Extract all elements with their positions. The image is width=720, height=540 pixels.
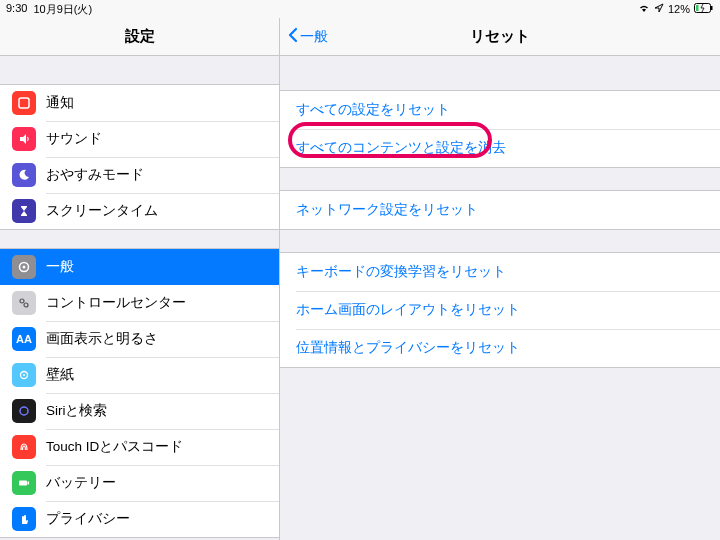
detail-title: リセット xyxy=(470,27,530,46)
sidebar-item-screen-time[interactable]: スクリーンタイム xyxy=(0,193,279,229)
switches-icon xyxy=(12,291,36,315)
svg-point-10 xyxy=(20,407,28,415)
sidebar-item-siri[interactable]: Siriと検索 xyxy=(0,393,279,429)
moon-icon xyxy=(12,163,36,187)
svg-rect-3 xyxy=(19,98,29,108)
sidebar-item-label: おやすみモード xyxy=(46,166,144,184)
sidebar-item-sounds[interactable]: サウンド xyxy=(0,121,279,157)
sounds-icon xyxy=(12,127,36,151)
reset-row-label: ホーム画面のレイアウトをリセット xyxy=(296,301,520,319)
reset-location-privacy[interactable]: 位置情報とプライバシーをリセット xyxy=(280,329,720,367)
wallpaper-icon xyxy=(12,363,36,387)
detail-header: 一般 リセット xyxy=(280,18,720,56)
battery-pct: 12% xyxy=(668,3,690,15)
sidebar-item-label: Siriと検索 xyxy=(46,402,108,420)
reset-group-3: キーボードの変換学習をリセット ホーム画面のレイアウトをリセット 位置情報とプラ… xyxy=(280,252,720,368)
reset-home-layout[interactable]: ホーム画面のレイアウトをリセット xyxy=(280,291,720,329)
sidebar-item-label: 通知 xyxy=(46,94,74,112)
sidebar-item-display[interactable]: AA 画面表示と明るさ xyxy=(0,321,279,357)
sidebar-group-1: 通知 サウンド おやすみモード スクリーンタイム xyxy=(0,84,279,230)
reset-row-label: ネットワーク設定をリセット xyxy=(296,201,478,219)
sidebar-item-battery[interactable]: バッテリー xyxy=(0,465,279,501)
reset-row-label: すべてのコンテンツと設定を消去 xyxy=(296,139,506,157)
back-button[interactable]: 一般 xyxy=(280,27,328,46)
sidebar-item-control-center[interactable]: コントロールセンター xyxy=(0,285,279,321)
sidebar-item-touchid[interactable]: Touch IDとパスコード xyxy=(0,429,279,465)
battery-icon xyxy=(694,3,714,15)
svg-point-5 xyxy=(23,266,26,269)
reset-row-label: キーボードの変換学習をリセット xyxy=(296,263,506,281)
sidebar-item-do-not-disturb[interactable]: おやすみモード xyxy=(0,157,279,193)
sidebar-title: 設定 xyxy=(0,18,279,56)
sidebar-item-label: Touch IDとパスコード xyxy=(46,438,183,456)
reset-all-settings[interactable]: すべての設定をリセット xyxy=(280,91,720,129)
sidebar-item-label: 壁紙 xyxy=(46,366,74,384)
sidebar-item-label: 一般 xyxy=(46,258,74,276)
fingerprint-icon xyxy=(12,435,36,459)
sidebar-item-label: サウンド xyxy=(46,130,102,148)
sidebar-item-label: 画面表示と明るさ xyxy=(46,330,158,348)
settings-sidebar[interactable]: 設定 通知 サウンド おやすみモード スクリーンタイム 一般 xyxy=(0,18,280,540)
back-label: 一般 xyxy=(300,28,328,46)
reset-group-2: ネットワーク設定をリセット xyxy=(280,190,720,230)
status-time: 9:30 xyxy=(6,2,27,17)
detail-pane[interactable]: 一般 リセット すべての設定をリセット すべてのコンテンツと設定を消去 ネットワ… xyxy=(280,18,720,540)
reset-network[interactable]: ネットワーク設定をリセット xyxy=(280,191,720,229)
sidebar-item-label: バッテリー xyxy=(46,474,116,492)
hand-icon xyxy=(12,507,36,531)
gear-icon xyxy=(12,255,36,279)
reset-row-label: すべての設定をリセット xyxy=(296,101,450,119)
sidebar-item-privacy[interactable]: プライバシー xyxy=(0,501,279,537)
status-bar: 9:30 10月9日(火) 12% xyxy=(0,0,720,18)
sidebar-item-general[interactable]: 一般 xyxy=(0,249,279,285)
sidebar-item-label: コントロールセンター xyxy=(46,294,186,312)
sidebar-group-2: 一般 コントロールセンター AA 画面表示と明るさ 壁紙 Siriと検索 Tou… xyxy=(0,248,279,538)
erase-all-content[interactable]: すべてのコンテンツと設定を消去 xyxy=(280,129,720,167)
sidebar-item-wallpaper[interactable]: 壁紙 xyxy=(0,357,279,393)
sidebar-item-label: スクリーンタイム xyxy=(46,202,158,220)
wifi-icon xyxy=(638,3,650,15)
sidebar-item-notifications[interactable]: 通知 xyxy=(0,85,279,121)
siri-icon xyxy=(12,399,36,423)
battery-setting-icon xyxy=(12,471,36,495)
reset-keyboard[interactable]: キーボードの変換学習をリセット xyxy=(280,253,720,291)
notifications-icon xyxy=(12,91,36,115)
svg-point-7 xyxy=(24,303,28,307)
chevron-left-icon xyxy=(288,27,298,46)
location-icon xyxy=(654,3,664,15)
svg-rect-1 xyxy=(711,6,713,10)
svg-point-6 xyxy=(20,299,24,303)
reset-group-1: すべての設定をリセット すべてのコンテンツと設定を消去 xyxy=(280,90,720,168)
status-date: 10月9日(火) xyxy=(33,2,92,17)
svg-point-9 xyxy=(23,374,25,376)
hourglass-icon xyxy=(12,199,36,223)
svg-rect-11 xyxy=(19,481,27,486)
reset-row-label: 位置情報とプライバシーをリセット xyxy=(296,339,520,357)
svg-rect-2 xyxy=(696,5,699,11)
sidebar-item-label: プライバシー xyxy=(46,510,130,528)
display-icon: AA xyxy=(12,327,36,351)
svg-rect-12 xyxy=(28,482,30,485)
